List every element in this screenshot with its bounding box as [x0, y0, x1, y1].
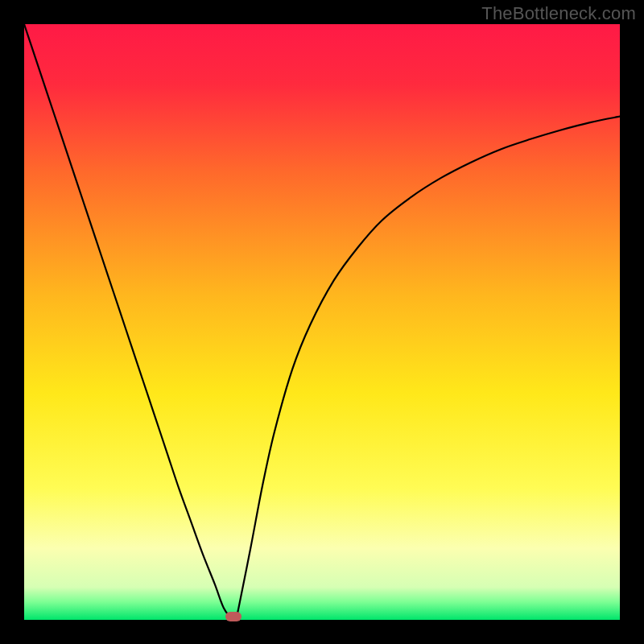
- watermark-text: TheBottleneck.com: [481, 3, 636, 24]
- optimum-marker: [225, 612, 242, 621]
- plot-svg: [24, 24, 620, 620]
- chart-frame: TheBottleneck.com: [0, 0, 644, 644]
- plot-area: [24, 24, 620, 620]
- gradient-background: [24, 24, 620, 620]
